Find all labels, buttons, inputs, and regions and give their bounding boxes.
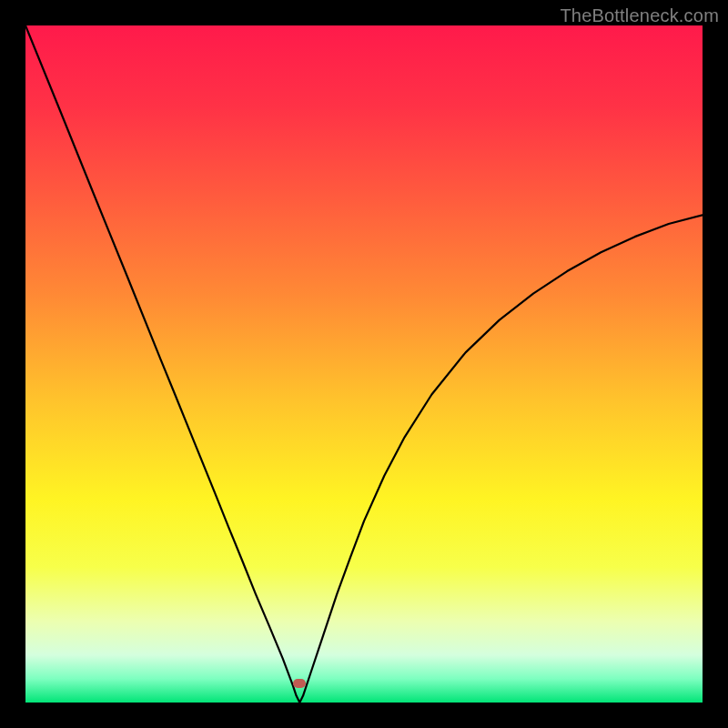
optimal-point-marker (293, 679, 306, 688)
plot-area (25, 25, 703, 703)
bottleneck-curve (25, 25, 703, 703)
watermark-text: TheBottleneck.com (560, 5, 719, 26)
